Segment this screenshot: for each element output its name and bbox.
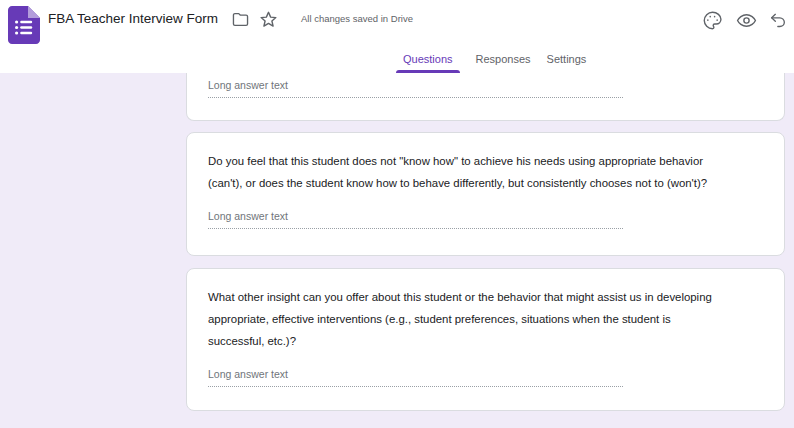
long-answer-placeholder: Long answer text <box>208 368 288 380</box>
tab-questions[interactable]: Questions <box>396 45 460 73</box>
tab-responses[interactable]: Responses <box>476 45 531 73</box>
question-card-partial[interactable]: Long answer text <box>186 73 785 121</box>
long-answer-placeholder: Long answer text <box>208 79 288 91</box>
move-to-folder-icon[interactable] <box>228 7 252 31</box>
tab-settings[interactable]: Settings <box>547 45 587 73</box>
long-answer-field: Long answer text <box>208 364 623 387</box>
app-header: FBA Teacher Interview Form All changes s… <box>0 0 794 73</box>
form-canvas: Long answer text Do you feel that this s… <box>0 73 794 428</box>
tab-bar: Questions Responses Settings <box>396 45 586 73</box>
star-icon[interactable] <box>256 7 280 31</box>
google-forms-editor: FBA Teacher Interview Form All changes s… <box>0 0 794 428</box>
saved-status[interactable]: All changes saved in Drive <box>301 13 413 25</box>
forms-logo-icon[interactable] <box>8 6 40 44</box>
question-text[interactable]: What other insight can you offer about t… <box>208 269 760 352</box>
question-card[interactable]: What other insight can you offer about t… <box>186 268 785 411</box>
question-text[interactable]: Do you feel that this student does not "… <box>208 133 760 194</box>
long-answer-field: Long answer text <box>208 206 623 229</box>
long-answer-placeholder: Long answer text <box>208 210 288 222</box>
long-answer-field: Long answer text <box>208 75 623 98</box>
preview-icon[interactable] <box>734 8 758 32</box>
undo-icon[interactable] <box>766 8 790 32</box>
customize-theme-icon[interactable] <box>700 8 724 32</box>
question-card[interactable]: Do you feel that this student does not "… <box>186 132 785 256</box>
form-title[interactable]: FBA Teacher Interview Form <box>48 10 218 27</box>
